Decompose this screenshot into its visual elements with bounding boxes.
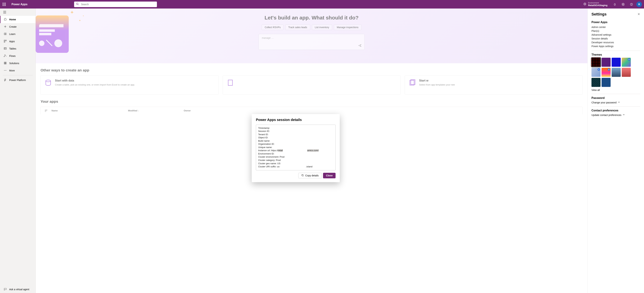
nav-label: Flows [9,54,16,57]
copy-icon [301,174,304,177]
svg-rect-5 [5,4,6,5]
svg-rect-3 [2,4,3,5]
nav-home[interactable]: Home [0,16,36,23]
theme-swatch-7[interactable] [622,68,631,77]
themes-view-all[interactable]: View all [592,89,640,91]
search-input[interactable] [81,3,155,6]
session-details-dialog: Power Apps session details Timestamp: Se… [252,114,340,182]
flow-icon [4,54,7,58]
svg-point-34 [4,70,4,70]
nav-apps[interactable]: Apps [0,38,36,45]
home-icon [4,18,7,21]
dialog-title: Power Apps session details [256,118,336,122]
settings-title: Settings [592,12,606,16]
nav-more[interactable]: More [0,67,36,74]
svg-rect-22 [4,40,5,41]
table-icon [4,47,7,50]
svg-rect-0 [2,3,3,3]
nav-label: Apps [9,40,15,43]
nav-label: Home [9,18,16,21]
theme-swatch-8[interactable] [592,78,600,87]
link-label: Update contact preferences [592,114,622,116]
theme-swatch-0[interactable] [592,58,600,67]
link-contact-preferences[interactable]: Update contact preferences [592,113,640,116]
environment-icon [583,2,586,6]
nav-label: More [9,69,15,72]
svg-rect-44 [302,175,304,176]
environment-label: Environment [588,2,608,4]
nav-label: Learn [9,33,16,35]
nav-label: Ask a virtual agent [9,288,29,291]
search-bar[interactable] [74,1,157,7]
nav-ask-agent[interactable]: Ask a virtual agent [0,286,36,293]
nav-toggle[interactable] [0,8,36,16]
nav-learn[interactable]: Learn [0,30,36,38]
theme-swatch-4[interactable]: ★ [592,68,600,77]
svg-rect-25 [4,47,6,49]
settings-section-app: Power Apps [592,21,640,24]
nav-create[interactable]: Create [0,23,36,30]
plus-icon [4,25,7,29]
theme-swatch-9[interactable] [602,78,610,87]
environment-name: RetailSOAStaging [588,4,608,7]
link-plans[interactable]: Plan(s) [592,29,640,33]
link-admin-center[interactable]: Admin center [592,25,640,29]
settings-section-themes: Themes [592,53,640,56]
link-session-details[interactable]: Session details [592,37,640,40]
svg-point-16 [631,5,632,5]
copy-label: Copy details [305,174,319,177]
svg-rect-32 [4,63,5,64]
theme-swatch-2[interactable] [612,58,621,67]
close-settings-button[interactable] [638,13,640,16]
link-power-apps-settings[interactable]: Power Apps settings [592,44,640,48]
nav-solutions[interactable]: Solutions [0,60,36,67]
search-icon [76,2,79,6]
svg-point-9 [76,3,78,5]
environment-picker[interactable]: Environment RetailSOAStaging [580,0,610,8]
link-change-password[interactable]: Change your password [592,101,640,104]
nav-power-platform[interactable]: Power Platform [0,76,36,84]
star-icon: ★ [608,68,610,71]
nav-label: Solutions [9,62,19,65]
nav-tables[interactable]: Tables [0,45,36,52]
svg-point-14 [623,4,624,5]
app-launcher[interactable] [0,0,8,8]
apps-icon [4,40,7,43]
nav-flows[interactable]: Flows [0,52,36,60]
svg-point-28 [5,54,5,55]
svg-rect-24 [4,41,5,42]
svg-rect-1 [4,3,4,3]
theme-swatch-6[interactable] [612,68,621,77]
more-icon [4,69,7,72]
settings-button[interactable] [619,0,627,8]
link-developer-resources[interactable]: Developer resources [592,40,640,44]
link-advanced-settings[interactable]: Advanced settings [592,33,640,37]
svg-point-36 [6,70,6,70]
link-label: Change your password [592,101,616,104]
svg-rect-8 [5,5,6,6]
nav-label: Power Platform [9,79,26,81]
arrow-right-icon [618,101,620,104]
svg-line-10 [78,4,78,5]
avatar[interactable]: R [636,1,642,7]
theme-swatch-1[interactable] [602,58,610,67]
nav-label: Tables [9,47,16,50]
help-button[interactable] [627,0,636,8]
svg-rect-2 [5,3,6,3]
close-dialog-button[interactable]: Close [323,173,336,178]
svg-point-35 [5,70,6,70]
svg-rect-31 [6,62,6,63]
svg-rect-7 [4,5,4,6]
settings-section-contact: Contact preferences [592,109,640,112]
svg-rect-6 [2,5,3,6]
theme-swatch-5[interactable]: ★ [602,68,610,77]
copy-details-button[interactable]: Copy details [298,173,322,178]
power-platform-icon [4,78,7,82]
settings-section-password: Password [592,96,640,100]
chat-icon [4,288,7,291]
theme-swatch-3[interactable]: ★ [622,58,631,67]
svg-rect-30 [4,62,5,63]
nav-label: Create [9,25,16,28]
notifications-button[interactable] [610,0,619,8]
solutions-icon [4,61,7,65]
